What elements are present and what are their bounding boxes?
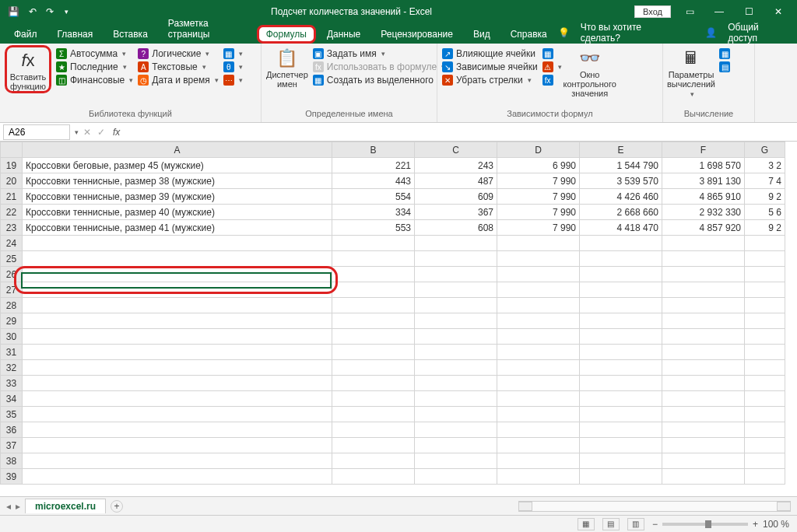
cell[interactable] (580, 298, 662, 313)
tab-home[interactable]: Главная (48, 25, 103, 44)
cell[interactable]: 487 (415, 173, 497, 189)
cell[interactable] (662, 469, 745, 485)
cell[interactable] (332, 345, 415, 360)
cell[interactable] (497, 282, 580, 298)
cell[interactable]: 443 (332, 173, 415, 189)
cell[interactable]: 2 932 330 (662, 205, 745, 220)
cell[interactable] (497, 267, 580, 282)
table-row[interactable]: 33 (1, 376, 785, 391)
show-formulas-button[interactable]: ▦ (542, 48, 562, 59)
cell[interactable] (662, 267, 745, 282)
cell[interactable] (332, 407, 415, 422)
cell[interactable]: 243 (415, 158, 497, 173)
calc-options-button[interactable]: 🖩 Параметры вычислений▾ (668, 45, 714, 98)
autosum-button[interactable]: ΣАвтосумма▾ (56, 48, 133, 59)
cell[interactable]: 608 (415, 220, 497, 236)
cell[interactable] (580, 453, 662, 469)
cell[interactable] (580, 236, 662, 251)
calc-sheet-button[interactable]: ▤ (719, 61, 730, 72)
table-row[interactable]: 27 (1, 282, 785, 298)
table-row[interactable]: 20Кроссовки теннисные, размер 38 (мужски… (1, 173, 785, 189)
cell[interactable] (415, 329, 497, 345)
cell[interactable]: 4 857 920 (662, 220, 745, 236)
tab-file[interactable]: Файл (5, 25, 47, 44)
cell[interactable] (580, 438, 662, 453)
cell[interactable]: 3 891 130 (662, 173, 745, 189)
cell[interactable] (497, 329, 580, 345)
cell[interactable] (745, 298, 785, 313)
cell[interactable] (415, 298, 497, 313)
row-header[interactable]: 21 (1, 189, 23, 205)
cell[interactable] (415, 391, 497, 407)
cell[interactable] (497, 422, 580, 438)
remove-arrows-button[interactable]: ✕Убрать стрелки▾ (442, 75, 538, 86)
name-box[interactable] (3, 124, 70, 140)
cell[interactable] (23, 329, 332, 345)
cell[interactable] (745, 282, 785, 298)
tab-nav-next-icon[interactable]: ▸ (16, 501, 20, 512)
enter-icon[interactable]: ✓ (97, 127, 105, 138)
cell[interactable] (23, 345, 332, 360)
close-icon[interactable]: ✕ (767, 6, 789, 17)
row-header[interactable]: 19 (1, 158, 23, 173)
cell[interactable]: Кроссовки теннисные, размер 39 (мужские) (23, 189, 332, 205)
create-from-selection-button[interactable]: ▦Создать из выделенного (313, 75, 445, 86)
redo-icon[interactable]: ↷ (46, 6, 54, 17)
math-button[interactable]: θ▾ (223, 61, 243, 72)
cell[interactable] (662, 298, 745, 313)
cell[interactable] (745, 329, 785, 345)
cell[interactable]: 3 539 570 (580, 173, 662, 189)
tab-data[interactable]: Данные (318, 25, 370, 44)
table-row[interactable]: 23Кроссовки теннисные, размер 41 (мужски… (1, 220, 785, 236)
table-row[interactable]: 30 (1, 329, 785, 345)
cell[interactable]: 334 (332, 205, 415, 220)
cell[interactable] (580, 407, 662, 422)
cell[interactable] (580, 360, 662, 376)
table-row[interactable]: 19Кроссовки беговые, размер 45 (мужские)… (1, 158, 785, 173)
table-row[interactable]: 36 (1, 422, 785, 438)
table-row[interactable]: 26 (1, 267, 785, 282)
cell[interactable] (415, 313, 497, 329)
row-header[interactable]: 20 (1, 173, 23, 189)
row-header[interactable]: 37 (1, 438, 23, 453)
cell[interactable]: 7 990 (497, 173, 580, 189)
cell[interactable] (415, 407, 497, 422)
cell[interactable] (332, 360, 415, 376)
cell[interactable] (662, 407, 745, 422)
zoom-slider[interactable] (662, 523, 748, 526)
col-header[interactable]: E (580, 142, 662, 158)
table-row[interactable]: 34 (1, 391, 785, 407)
cell[interactable] (580, 391, 662, 407)
table-row[interactable]: 29 (1, 313, 785, 329)
cell[interactable] (580, 376, 662, 391)
cell[interactable] (23, 313, 332, 329)
cell[interactable] (662, 453, 745, 469)
tab-review[interactable]: Рецензирование (371, 25, 462, 44)
cell[interactable] (415, 469, 497, 485)
save-icon[interactable]: 💾 (8, 6, 19, 17)
cell[interactable] (23, 453, 332, 469)
cell[interactable] (332, 267, 415, 282)
col-header[interactable]: G (745, 142, 785, 158)
cell[interactable] (415, 422, 497, 438)
cell[interactable] (662, 422, 745, 438)
cell[interactable] (332, 298, 415, 313)
cell[interactable]: 5 6 (745, 205, 785, 220)
logical-button[interactable]: ?Логические▾ (138, 48, 218, 59)
cell[interactable]: 3 2 (745, 158, 785, 173)
trace-precedents-button[interactable]: ↗Влияющие ячейки (442, 48, 538, 59)
cell[interactable] (23, 438, 332, 453)
cell[interactable]: 4 426 460 (580, 189, 662, 205)
cell[interactable] (745, 267, 785, 282)
name-manager-button[interactable]: 📋 Диспетчер имен (266, 45, 308, 89)
row-header[interactable]: 34 (1, 391, 23, 407)
row-header[interactable]: 33 (1, 376, 23, 391)
table-row[interactable]: 31 (1, 345, 785, 360)
datetime-button[interactable]: ◷Дата и время▾ (138, 75, 218, 86)
row-header[interactable]: 22 (1, 205, 23, 220)
cell[interactable] (662, 313, 745, 329)
cell[interactable] (497, 407, 580, 422)
cell[interactable]: 554 (332, 189, 415, 205)
ribbon-options-icon[interactable]: ▭ (679, 6, 700, 17)
cell[interactable] (332, 313, 415, 329)
